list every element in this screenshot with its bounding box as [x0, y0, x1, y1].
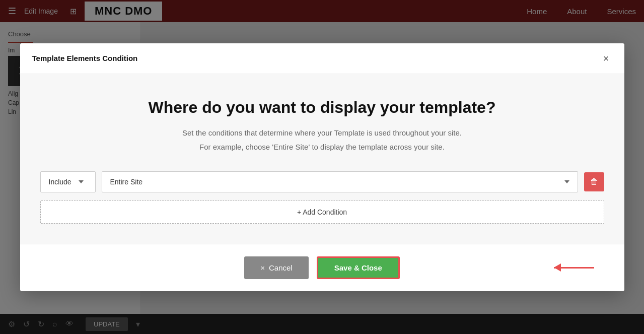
- site-select[interactable]: Entire Site: [102, 171, 578, 192]
- modal-footer: × Cancel Save & Close: [20, 244, 624, 291]
- modal-overlay: Template Elements Condition × Where do y…: [0, 0, 644, 334]
- include-select[interactable]: Include: [40, 171, 96, 192]
- arrow-indicator: [554, 267, 594, 269]
- condition-row: Include Entire Site 🗑: [40, 171, 604, 192]
- modal-dialog: Template Elements Condition × Where do y…: [20, 43, 624, 291]
- add-condition-button[interactable]: + Add Condition: [40, 201, 604, 224]
- cancel-button[interactable]: × Cancel: [244, 256, 308, 279]
- save-close-button[interactable]: Save & Close: [317, 256, 400, 279]
- cancel-x-icon: ×: [260, 263, 265, 272]
- cancel-label: Cancel: [269, 263, 293, 272]
- delete-condition-button[interactable]: 🗑: [584, 172, 604, 191]
- include-chevron-icon: [79, 180, 84, 183]
- site-chevron-icon: [564, 180, 569, 183]
- modal-heading: Where do you want to display your templa…: [40, 98, 604, 117]
- modal-title: Template Elements Condition: [32, 54, 138, 62]
- trash-icon: 🗑: [590, 177, 598, 186]
- site-label: Entire Site: [110, 178, 143, 186]
- modal-subtext-2: For example, choose 'Entire Site' to dis…: [40, 141, 604, 153]
- modal-close-button[interactable]: ×: [600, 52, 612, 64]
- modal-body: Where do you want to display your templa…: [20, 74, 624, 244]
- conditions-area: Include Entire Site 🗑 + Add Condition: [40, 171, 604, 224]
- modal-subtext-1: Set the conditions that determine where …: [40, 127, 604, 139]
- modal-header: Template Elements Condition ×: [20, 43, 624, 74]
- arrow-line: [554, 267, 594, 269]
- include-label: Include: [49, 178, 71, 186]
